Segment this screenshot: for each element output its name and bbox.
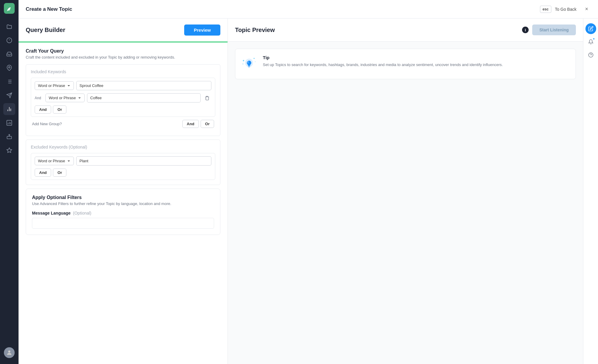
included-or-button[interactable]: Or — [53, 105, 66, 114]
content-area: Query Builder Preview Craft Your Query C… — [19, 19, 598, 364]
optional-filters-title: Apply Optional Filters — [32, 195, 214, 200]
delete-keyword-button[interactable] — [203, 94, 211, 102]
sidebar-item-alert[interactable] — [3, 34, 15, 46]
edit-button[interactable] — [585, 23, 596, 34]
user-avatar[interactable] — [4, 347, 15, 358]
close-button[interactable]: × — [582, 5, 591, 13]
sidebar-item-send[interactable] — [3, 89, 15, 101]
preview-button[interactable]: Preview — [184, 25, 220, 36]
excluded-optional-label: (Optional) — [69, 145, 87, 149]
preview-panel-actions: i Start Listening — [522, 25, 576, 35]
svg-point-17 — [9, 134, 10, 135]
info-icon[interactable]: i — [522, 27, 529, 33]
keyword-input-2[interactable] — [87, 93, 201, 103]
sidebar-item-folder[interactable] — [3, 21, 15, 33]
excluded-and-or-row: And Or — [35, 169, 211, 177]
tip-content: Tip Set up Topics to search for keywords… — [263, 55, 503, 68]
query-builder-header: Query Builder Preview — [19, 19, 228, 42]
svg-rect-30 — [248, 66, 250, 67]
svg-point-26 — [254, 58, 255, 59]
svg-marker-22 — [7, 148, 12, 153]
message-language-input[interactable] — [32, 218, 214, 229]
craft-query-desc: Craft the content included and excluded … — [26, 55, 220, 59]
topic-preview-body: Tip Set up Topics to search for keywords… — [228, 42, 583, 364]
excluded-or-button[interactable]: Or — [53, 169, 66, 177]
tip-icon-area — [240, 55, 258, 73]
word-phrase-select-1[interactable]: Word or Phrase — [35, 81, 74, 90]
right-action-bar — [583, 19, 598, 364]
add-group-and-button[interactable]: And — [182, 120, 199, 128]
svg-point-25 — [242, 63, 243, 64]
lightbulb-icon — [241, 56, 257, 72]
excluded-and-button[interactable]: And — [35, 169, 51, 177]
help-button[interactable] — [585, 50, 596, 60]
sidebar-item-pin[interactable] — [3, 62, 15, 74]
included-and-button[interactable]: And — [35, 105, 51, 114]
keyword-row-1: Word or Phrase — [35, 81, 211, 90]
excluded-keywords-title: Excluded Keywords (Optional) — [31, 145, 215, 149]
svg-point-24 — [243, 60, 244, 61]
sidebar-item-list[interactable] — [3, 76, 15, 88]
craft-query-section: Craft Your Query Craft the content inclu… — [26, 48, 220, 59]
add-group-or-button[interactable]: Or — [201, 120, 214, 128]
included-keywords-title: Included Keywords — [31, 69, 215, 74]
svg-point-3 — [9, 67, 10, 68]
craft-query-title: Craft Your Query — [26, 48, 220, 54]
notifications-button[interactable] — [585, 36, 596, 47]
excluded-word-phrase-select-1[interactable]: Word or Phrase — [35, 157, 74, 165]
left-sidebar — [0, 0, 19, 364]
page-title: Create a New Topic — [26, 6, 536, 12]
tip-text: Set up Topics to search for keywords, ha… — [263, 62, 503, 68]
keyword-input-1[interactable] — [76, 81, 211, 90]
notification-dot — [593, 38, 595, 40]
optional-filters-desc: Use Advanced Filters to further refine y… — [32, 201, 214, 206]
topic-preview-title: Topic Preview — [235, 27, 275, 33]
main-area: Create a New Topic esc To Go Back × Quer… — [19, 0, 598, 364]
excluded-keyword-row-1: Word or Phrase — [35, 156, 211, 166]
sidebar-item-bar-chart[interactable] — [3, 117, 15, 129]
keyword-row-2: And Word or Phrase — [35, 93, 211, 103]
included-keywords-box: Included Keywords Word or Phrase — [26, 64, 220, 136]
svg-rect-29 — [248, 66, 250, 66]
excluded-keyword-input-1[interactable] — [76, 156, 211, 166]
svg-point-27 — [255, 61, 256, 62]
add-new-group-row: Add New Group? And Or — [31, 117, 215, 131]
sidebar-item-inbox[interactable] — [3, 48, 15, 60]
tip-title: Tip — [263, 55, 503, 60]
add-new-group-label: Add New Group? — [32, 122, 62, 126]
excluded-keyword-group: Word or Phrase And Or — [31, 153, 215, 180]
esc-button[interactable]: esc — [540, 6, 551, 13]
svg-point-32 — [247, 61, 249, 63]
message-language-field: Message Language (Optional) — [32, 211, 214, 229]
optional-filters-section: Apply Optional Filters Use Advanced Filt… — [26, 189, 220, 235]
topic-preview-header: Topic Preview i Start Listening — [228, 19, 583, 42]
query-builder-body: Craft Your Query Craft the content inclu… — [19, 42, 228, 364]
sidebar-item-analytics[interactable] — [3, 103, 15, 115]
included-keyword-group: Word or Phrase And Word or Phrase — [31, 78, 215, 117]
word-phrase-select-2[interactable]: Word or Phrase — [45, 94, 85, 102]
add-new-group-buttons: And Or — [182, 120, 214, 128]
tip-card: Tip Set up Topics to search for keywords… — [235, 49, 576, 79]
connector-label-and: And — [35, 96, 43, 100]
message-language-optional: (Optional) — [73, 211, 91, 215]
message-language-label: Message Language (Optional) — [32, 211, 214, 215]
included-and-or-row: And Or — [35, 105, 211, 114]
start-listening-button[interactable]: Start Listening — [532, 25, 576, 35]
excluded-keywords-box: Excluded Keywords (Optional) Word or Phr… — [26, 140, 220, 185]
topbar: Create a New Topic esc To Go Back × — [19, 0, 598, 19]
app-logo[interactable] — [4, 3, 15, 14]
to-go-back-label: To Go Back — [555, 7, 576, 12]
query-builder-panel: Query Builder Preview Craft Your Query C… — [19, 19, 228, 364]
sidebar-item-star[interactable] — [3, 144, 15, 156]
sidebar-item-bot[interactable] — [3, 131, 15, 143]
svg-point-23 — [8, 351, 10, 353]
query-builder-title: Query Builder — [26, 27, 65, 33]
svg-rect-31 — [248, 67, 250, 68]
topic-preview-panel: Topic Preview i Start Listening — [228, 19, 583, 364]
